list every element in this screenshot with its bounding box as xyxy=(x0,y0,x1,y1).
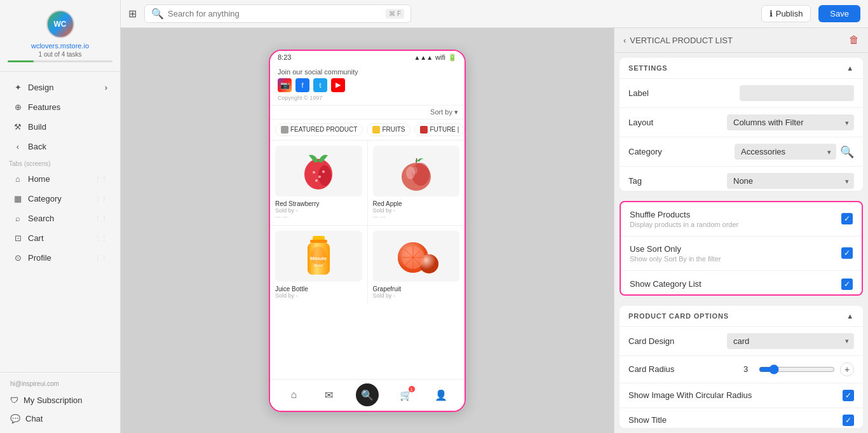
tag-label: Tag xyxy=(628,176,642,186)
chat-icon: 💬 xyxy=(10,414,20,423)
search-input[interactable] xyxy=(168,9,382,18)
grapefruit-sold: Sold by - xyxy=(373,292,460,299)
card-radius-label: Card Radius xyxy=(628,364,674,374)
svg-point-3 xyxy=(313,171,315,174)
grid-menu-icon[interactable]: ⊞ xyxy=(128,8,137,20)
phone-search-icon[interactable]: 🔍 xyxy=(356,383,379,406)
show-title-checkbox[interactable]: ✓ xyxy=(843,415,854,426)
product-card-juice[interactable]: Minute Maid Juice Bottle Sold by - xyxy=(270,226,367,304)
phone-cart-icon[interactable]: 🛒 1 xyxy=(398,387,414,402)
sort-label: Sort by ▾ xyxy=(430,108,458,116)
svg-text:Minute: Minute xyxy=(310,256,327,261)
search-bar[interactable]: 🔍 ⌘ F xyxy=(144,4,411,23)
phone-home-icon[interactable]: ⌂ xyxy=(286,387,301,402)
card-design-label: Card Design xyxy=(628,336,674,346)
search-nav-label: Search xyxy=(28,214,54,223)
youtube-icon: ▶ xyxy=(331,78,345,92)
phone-message-icon[interactable]: ✉ xyxy=(321,387,336,402)
label-field-label: Label xyxy=(628,88,649,98)
sidebar-item-home[interactable]: ⌂ Home ⋮⋮ xyxy=(4,169,116,188)
juice-sold: Sold by - xyxy=(275,292,362,299)
phone-profile-icon[interactable]: 👤 xyxy=(433,387,449,402)
sidebar-bottom: hi@inspireui.com 🛡 My Subscription 💬 Cha… xyxy=(0,372,120,433)
sidebar-item-category[interactable]: ▦ Category ⋮⋮ xyxy=(4,189,116,208)
tag-select[interactable]: None Featured Sale xyxy=(727,173,854,189)
future-tab-icon xyxy=(420,126,428,134)
category-drag-handle: ⋮⋮ xyxy=(95,195,107,202)
label-input[interactable] xyxy=(740,85,854,101)
sidebar-item-search[interactable]: ⌕ Search ⋮⋮ xyxy=(4,209,116,228)
grapefruit-image xyxy=(373,231,460,282)
juice-image: Minute Maid xyxy=(275,231,362,282)
layout-select[interactable]: Columns with Filter Grid List Carousel xyxy=(727,114,854,130)
product-card-apple[interactable]: Red Apple Sold by - — — xyxy=(368,141,465,225)
design-label: Design xyxy=(28,83,53,92)
delete-icon[interactable]: 🗑 xyxy=(849,34,859,46)
show-category-row: Show Category List ✓ xyxy=(621,271,862,296)
topbar: ⊞ 🔍 ⌘ F ℹ Publish Save xyxy=(121,0,868,28)
strawberry-sold: Sold by - xyxy=(275,207,362,214)
filter-tab-fruits[interactable]: FRUITS xyxy=(367,123,410,136)
category-label: Category xyxy=(628,147,662,156)
save-button[interactable]: Save xyxy=(818,5,860,22)
strawberry-name: Red Strawberry xyxy=(275,200,362,207)
sidebar: WC wclovers.mstore.io 1 out of 4 tasks ✦… xyxy=(0,0,121,433)
progress-bar-container xyxy=(8,60,112,62)
phone-status-bar: 8:23 ▲▲▲ wifi 🔋 xyxy=(270,51,465,64)
signal-icon: ▲▲▲ xyxy=(414,54,433,61)
sort-only-checkbox[interactable]: ✓ xyxy=(841,247,853,259)
svg-text:Maid: Maid xyxy=(314,263,322,267)
category-search-icon[interactable]: 🔍 xyxy=(840,145,854,159)
bottom-email: hi@inspireui.com xyxy=(4,378,116,391)
product-card-collapse-icon: ▲ xyxy=(846,312,854,320)
card-radius-slider[interactable] xyxy=(759,364,835,375)
tag-select-wrapper: None Featured Sale xyxy=(727,173,854,189)
phone-mockup: 8:23 ▲▲▲ wifi 🔋 Join our social communit… xyxy=(269,50,466,412)
back-label: Back xyxy=(28,142,46,151)
sidebar-item-cart[interactable]: ⊡ Cart ⋮⋮ xyxy=(4,228,116,247)
show-image-circular-checkbox[interactable]: ✓ xyxy=(843,390,854,401)
publish-button[interactable]: ℹ Publish xyxy=(761,5,811,22)
show-image-circular-label: Show Image With Circular Radius xyxy=(628,390,752,400)
category-select-wrapper: Accessories Fruits Electronics xyxy=(735,144,836,160)
shuffle-checkbox[interactable]: ✓ xyxy=(841,213,853,224)
use-sort-only-row: Use Sort Only Show only Sort By in the f… xyxy=(621,237,862,271)
product-card-strawberry[interactable]: Red Strawberry Sold by - — — xyxy=(270,141,367,225)
design-icon: ✦ xyxy=(13,82,23,92)
settings-collapse-icon: ▲ xyxy=(846,64,854,72)
product-card-header[interactable]: PRODUCT CARD OPTIONS ▲ xyxy=(620,306,863,326)
settings-header[interactable]: SETTINGS ▲ xyxy=(620,58,863,78)
panel-back-button[interactable]: ‹ VERTICAL PRODUCT LIST xyxy=(623,36,733,45)
sidebar-item-back[interactable]: ‹ Back xyxy=(4,137,116,156)
sidebar-item-design[interactable]: ✦ Design › xyxy=(4,78,116,97)
design-chevron: › xyxy=(105,83,107,92)
publish-label: Publish xyxy=(776,9,803,18)
product-card-label: PRODUCT CARD OPTIONS xyxy=(628,312,729,320)
filter-tab-future[interactable]: FUTURE | xyxy=(414,123,465,136)
profile-icon: ⊙ xyxy=(13,252,23,263)
card-radius-plus[interactable]: + xyxy=(840,362,854,376)
shuffle-desc: Display products in a random order xyxy=(630,221,738,228)
content-area: 8:23 ▲▲▲ wifi 🔋 Join our social communit… xyxy=(121,28,868,433)
filter-tab-featured[interactable]: FEATURED PRODUCT xyxy=(275,123,363,136)
profile-drag-handle: ⋮⋮ xyxy=(95,254,107,261)
show-title-row: Show Title ✓ xyxy=(620,408,863,428)
show-image-circular-row: Show Image With Circular Radius ✓ xyxy=(620,383,863,408)
subscription-item[interactable]: 🛡 My Subscription xyxy=(4,391,116,409)
card-design-select[interactable]: card flat shadow xyxy=(727,333,854,349)
sidebar-item-features[interactable]: ⊕ Features xyxy=(4,97,116,116)
juice-svg: Minute Maid xyxy=(301,232,336,280)
product-card-grapefruit[interactable]: Grapefruit Sold by - xyxy=(368,226,465,304)
fruits-tab-icon xyxy=(372,126,380,134)
card-design-select-wrapper: card flat shadow xyxy=(727,333,854,349)
show-category-checkbox[interactable]: ✓ xyxy=(841,278,853,290)
search-nav-icon: ⌕ xyxy=(13,213,23,223)
chat-item[interactable]: 💬 Chat xyxy=(4,409,116,428)
sidebar-item-build[interactable]: ⚒ Build xyxy=(4,117,116,136)
sidebar-item-profile[interactable]: ⊙ Profile ⋮⋮ xyxy=(4,248,116,267)
strawberry-image xyxy=(275,146,362,196)
category-label: Category xyxy=(28,194,62,203)
category-select[interactable]: Accessories Fruits Electronics xyxy=(735,144,836,160)
svg-point-6 xyxy=(322,170,325,173)
progress-bar-fill xyxy=(8,60,34,62)
